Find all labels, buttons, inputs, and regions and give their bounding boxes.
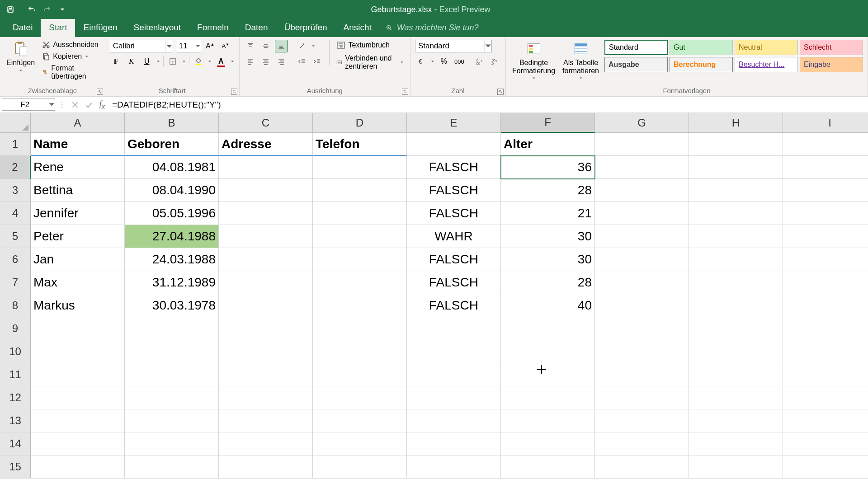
- font-size-combo[interactable]: [176, 40, 201, 52]
- cell-F10[interactable]: [501, 340, 595, 363]
- decrease-decimal-button[interactable]: ,00,0: [488, 55, 501, 68]
- row-header-2[interactable]: 2: [0, 156, 31, 179]
- cell-F15[interactable]: [501, 455, 595, 479]
- cell-E2[interactable]: FALSCH: [407, 156, 501, 179]
- cell-F3[interactable]: 28: [501, 179, 595, 202]
- cell-F12[interactable]: [501, 386, 595, 409]
- cell-A2[interactable]: Rene: [31, 156, 125, 179]
- decrease-indent-button[interactable]: [296, 55, 308, 68]
- cell-H8[interactable]: [689, 294, 783, 317]
- cell-G11[interactable]: [595, 363, 689, 386]
- cell-F11[interactable]: [501, 363, 595, 386]
- cell-E12[interactable]: [407, 386, 501, 409]
- format-painter-button[interactable]: Format übertragen: [40, 63, 100, 81]
- border-button[interactable]: [166, 55, 179, 68]
- cell-G10[interactable]: [595, 340, 689, 363]
- cell-I12[interactable]: [783, 386, 868, 409]
- cell-B3[interactable]: 08.04.1990: [125, 179, 219, 202]
- number-format-combo[interactable]: [415, 40, 492, 52]
- cell-D11[interactable]: [313, 363, 407, 386]
- cell-D5[interactable]: [313, 225, 407, 248]
- save-button[interactable]: [4, 3, 17, 16]
- cell-H4[interactable]: [689, 202, 783, 225]
- tab-daten[interactable]: Daten: [237, 19, 276, 37]
- cell-F8[interactable]: 40: [501, 294, 595, 317]
- tab-formeln[interactable]: Formeln: [189, 19, 237, 37]
- cell-style-berechnung[interactable]: Berechnung: [670, 57, 733, 72]
- row-header-11[interactable]: 11: [0, 363, 31, 386]
- cell-G8[interactable]: [595, 294, 689, 317]
- cell-H2[interactable]: [689, 156, 783, 179]
- italic-button[interactable]: K: [125, 55, 138, 68]
- row-header-5[interactable]: 5: [0, 225, 31, 248]
- cell-E13[interactable]: [407, 409, 501, 432]
- cell-B4[interactable]: 05.05.1996: [125, 202, 219, 225]
- cell-B1[interactable]: Geboren: [125, 133, 219, 156]
- cell-D8[interactable]: [313, 294, 407, 317]
- number-format-input[interactable]: [415, 42, 484, 51]
- row-header-4[interactable]: 4: [0, 202, 31, 225]
- cell-B2[interactable]: 04.08.1981: [125, 156, 219, 179]
- cell-H11[interactable]: [689, 363, 783, 386]
- enter-formula-button[interactable]: [82, 99, 95, 111]
- cell-F2[interactable]: 36: [501, 156, 595, 179]
- cell-G2[interactable]: [595, 156, 689, 179]
- cell-C9[interactable]: [219, 317, 313, 340]
- cell-E1[interactable]: [407, 133, 501, 156]
- cell-C7[interactable]: [219, 271, 313, 294]
- cell-D1[interactable]: Telefon: [313, 133, 407, 156]
- cell-C14[interactable]: [219, 432, 313, 455]
- cell-H5[interactable]: [689, 225, 783, 248]
- cell-A1[interactable]: Name: [31, 133, 125, 156]
- increase-decimal-button[interactable]: ,0,00: [473, 55, 486, 68]
- qat-customize-button[interactable]: [56, 3, 69, 16]
- cell-F4[interactable]: 21: [501, 202, 595, 225]
- alignment-dialog-launcher[interactable]: [402, 89, 408, 95]
- row-header-9[interactable]: 9: [0, 317, 31, 340]
- cancel-formula-button[interactable]: [69, 99, 81, 111]
- tab-ansicht[interactable]: Ansicht: [335, 19, 380, 37]
- col-header-H[interactable]: H: [689, 113, 783, 133]
- cell-H1[interactable]: [689, 133, 783, 156]
- row-header-8[interactable]: 8: [0, 294, 31, 317]
- conditional-formatting-button[interactable]: Bedingte Formatierung: [510, 40, 557, 81]
- col-header-D[interactable]: D: [313, 113, 407, 133]
- tab-einfügen[interactable]: Einfügen: [75, 19, 125, 37]
- cell-B15[interactable]: [125, 455, 219, 479]
- accounting-dropdown[interactable]: [430, 60, 435, 63]
- cell-G14[interactable]: [595, 432, 689, 455]
- tab-datei[interactable]: Datei: [5, 19, 41, 37]
- bold-button[interactable]: F: [110, 55, 123, 68]
- cell-I15[interactable]: [783, 455, 868, 479]
- cell-I6[interactable]: [783, 248, 868, 271]
- increase-indent-button[interactable]: [311, 55, 324, 68]
- copy-button[interactable]: Kopieren: [40, 52, 100, 61]
- row-header-15[interactable]: 15: [0, 455, 31, 479]
- cell-style-schlecht[interactable]: Schlecht: [800, 40, 863, 55]
- row-header-13[interactable]: 13: [0, 409, 31, 432]
- cell-D6[interactable]: [313, 248, 407, 271]
- align-bottom-button[interactable]: [275, 40, 288, 52]
- cell-style-eingabe[interactable]: Eingabe: [800, 57, 863, 72]
- cell-B9[interactable]: [125, 317, 219, 340]
- cell-G1[interactable]: [595, 133, 689, 156]
- cell-A10[interactable]: [31, 340, 125, 363]
- cut-button[interactable]: Ausschneiden: [40, 40, 100, 50]
- cell-A15[interactable]: [31, 455, 125, 479]
- cell-E10[interactable]: [407, 340, 501, 363]
- cell-A7[interactable]: Max: [31, 271, 125, 294]
- name-box[interactable]: [2, 99, 55, 111]
- cell-H10[interactable]: [689, 340, 783, 363]
- col-header-C[interactable]: C: [219, 113, 313, 133]
- cell-G4[interactable]: [595, 202, 689, 225]
- cell-D15[interactable]: [313, 455, 407, 479]
- cell-G6[interactable]: [595, 248, 689, 271]
- cell-style-gut[interactable]: Gut: [670, 40, 733, 55]
- cell-B11[interactable]: [125, 363, 219, 386]
- cell-H15[interactable]: [689, 455, 783, 479]
- col-header-I[interactable]: I: [783, 113, 868, 133]
- cell-H13[interactable]: [689, 409, 783, 432]
- cell-E9[interactable]: [407, 317, 501, 340]
- cell-I7[interactable]: [783, 271, 868, 294]
- cell-I10[interactable]: [783, 340, 868, 363]
